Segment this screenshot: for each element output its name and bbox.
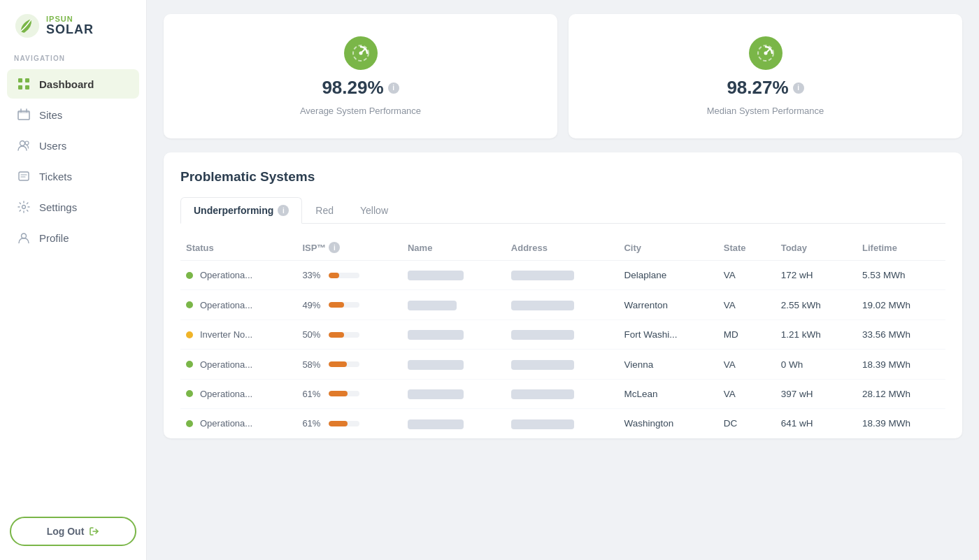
cell-city-3: Vienna <box>614 350 713 379</box>
isp-pct-4: 61% <box>302 389 323 399</box>
tab-yellow[interactable]: Yellow <box>347 197 401 223</box>
tab-red[interactable]: Red <box>302 197 347 223</box>
th-name: Name <box>398 235 501 261</box>
svg-rect-11 <box>19 172 29 180</box>
table-row[interactable]: Operationa... 61% Washington DC 641 wH 1… <box>180 409 945 438</box>
cell-isp-0: 33% <box>292 261 398 290</box>
cell-state-1: VA <box>714 290 771 320</box>
cell-isp-2: 50% <box>292 320 398 349</box>
svg-rect-4 <box>25 85 29 89</box>
avg-perf-value: 98.29% i <box>322 77 399 99</box>
cell-address-5 <box>501 409 615 438</box>
cell-state-4: VA <box>714 379 771 408</box>
avg-perf-label: Average System Performance <box>300 106 421 116</box>
sidebar-item-dashboard[interactable]: Dashboard <box>7 69 139 99</box>
cell-state-3: VA <box>714 350 771 379</box>
logo-text: IPSUN SOLAR <box>46 15 94 37</box>
address-blur-1 <box>511 301 574 310</box>
table-row[interactable]: Inverter No... 50% Fort Washi... MD 1.21… <box>180 320 945 349</box>
cell-lifetime-5: 18.39 MWh <box>852 409 945 438</box>
cell-city-1: Warrenton <box>614 290 713 320</box>
main-content: 98.29% i Average System Performance 98.2… <box>147 0 979 560</box>
avg-info-icon[interactable]: i <box>388 82 399 94</box>
isp-bar-5 <box>329 421 359 426</box>
cell-address-4 <box>501 379 615 408</box>
cell-today-2: 1.21 kWh <box>771 320 852 349</box>
cell-city-2: Fort Washi... <box>614 320 713 349</box>
median-perf-card: 98.27% i Median System Performance <box>569 14 962 138</box>
problems-table: Status ISP™ i Name Address City State To… <box>180 235 945 438</box>
status-text-4: Operationa... <box>200 389 252 399</box>
status-dot-3 <box>186 361 193 368</box>
address-blur-2 <box>511 330 574 340</box>
logout-label: Log Out <box>47 526 85 537</box>
users-icon <box>17 138 31 152</box>
performance-row: 98.29% i Average System Performance 98.2… <box>164 14 962 138</box>
cell-status-0: Operationa... <box>180 261 292 290</box>
svg-point-10 <box>25 141 29 145</box>
isp-pct-5: 61% <box>302 418 323 429</box>
cell-today-3: 0 Wh <box>771 350 852 379</box>
table-row[interactable]: Operationa... 58% Vienna VA 0 Wh 18.39 M… <box>180 350 945 379</box>
th-city: City <box>614 235 713 261</box>
isp-pct-2: 50% <box>302 329 323 340</box>
cell-isp-5: 61% <box>292 409 398 438</box>
problems-card: Problematic Systems Underperforming i Re… <box>164 152 962 438</box>
isp-bar-4 <box>329 391 359 396</box>
cell-lifetime-2: 33.56 MWh <box>852 320 945 349</box>
tab-red-label: Red <box>315 205 334 216</box>
isp-pct-3: 58% <box>302 359 323 370</box>
status-dot-1 <box>186 301 193 308</box>
cell-status-5: Operationa... <box>180 409 292 438</box>
sidebar-item-users[interactable]: Users <box>7 131 139 160</box>
isp-bar-1 <box>329 302 359 308</box>
svg-point-9 <box>20 141 25 146</box>
status-text-0: Operationa... <box>200 270 252 280</box>
tab-yellow-label: Yellow <box>360 205 388 216</box>
status-text-3: Operationa... <box>200 359 252 370</box>
logo-area: IPSUN SOLAR <box>0 0 146 55</box>
sidebar-label-profile: Profile <box>39 232 69 244</box>
cell-address-1 <box>501 290 615 320</box>
cell-address-0 <box>501 261 615 290</box>
name-blur-4 <box>408 389 464 399</box>
isp-info-icon[interactable]: i <box>329 242 340 253</box>
sidebar-item-sites[interactable]: Sites <box>7 100 139 129</box>
median-perf-label: Median System Performance <box>707 106 824 116</box>
sidebar-label-users: Users <box>39 140 66 152</box>
cell-lifetime-1: 19.02 MWh <box>852 290 945 320</box>
tab-underperforming[interactable]: Underperforming i <box>180 197 302 224</box>
cell-status-2: Inverter No... <box>180 320 292 349</box>
cell-address-2 <box>501 320 615 349</box>
tab-underperforming-info[interactable]: i <box>278 205 289 216</box>
sidebar-item-settings[interactable]: Settings <box>7 192 139 222</box>
logout-button[interactable]: Log Out <box>10 517 136 546</box>
median-info-icon[interactable]: i <box>793 82 804 94</box>
table-row[interactable]: Operationa... 49% Warrenton VA 2.55 kWh … <box>180 290 945 320</box>
sidebar-label-settings: Settings <box>39 201 77 213</box>
cell-isp-1: 49% <box>292 290 398 320</box>
cell-isp-3: 58% <box>292 350 398 379</box>
sidebar-item-profile[interactable]: Profile <box>7 223 139 252</box>
svg-line-19 <box>361 50 364 53</box>
th-lifetime: Lifetime <box>852 235 945 261</box>
sidebar-label-dashboard: Dashboard <box>39 78 94 90</box>
table-row[interactable]: Operationa... 61% McLean VA 397 wH 28.12… <box>180 379 945 408</box>
avg-gauge-icon <box>344 36 378 70</box>
svg-rect-3 <box>18 85 22 89</box>
table-header-row: Status ISP™ i Name Address City State To… <box>180 235 945 261</box>
isp-pct-0: 33% <box>302 270 323 280</box>
th-isp: ISP™ i <box>292 235 398 261</box>
name-blur-0 <box>408 271 464 280</box>
cell-status-4: Operationa... <box>180 379 292 408</box>
status-dot-0 <box>186 272 193 279</box>
address-blur-5 <box>511 419 574 429</box>
table-row[interactable]: Operationa... 33% Delaplane VA 172 wH 5.… <box>180 261 945 290</box>
isp-pct-1: 49% <box>302 300 323 310</box>
status-text-2: Inverter No... <box>200 329 252 340</box>
tab-underperforming-label: Underperforming <box>194 205 273 216</box>
cell-city-5: Washington <box>614 409 713 438</box>
sidebar-item-tickets[interactable]: Tickets <box>7 161 139 191</box>
logout-area: Log Out <box>0 505 146 560</box>
cell-city-4: McLean <box>614 379 713 408</box>
